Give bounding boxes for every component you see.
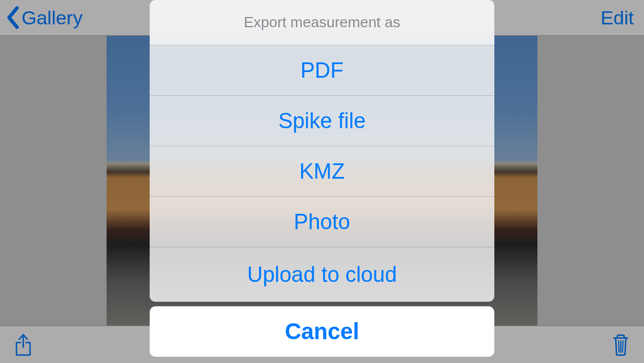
cancel-button[interactable]: Cancel — [150, 306, 494, 357]
export-option-upload-cloud[interactable]: Upload to cloud — [150, 247, 494, 302]
export-action-sheet: Export measurement as PDF Spike file KMZ… — [150, 0, 494, 302]
export-option-pdf[interactable]: PDF — [150, 45, 494, 96]
export-option-photo[interactable]: Photo — [150, 197, 494, 247]
export-option-kmz[interactable]: KMZ — [150, 146, 494, 197]
export-option-spike-file[interactable]: Spike file — [150, 96, 494, 146]
action-sheet-title: Export measurement as — [150, 0, 494, 45]
